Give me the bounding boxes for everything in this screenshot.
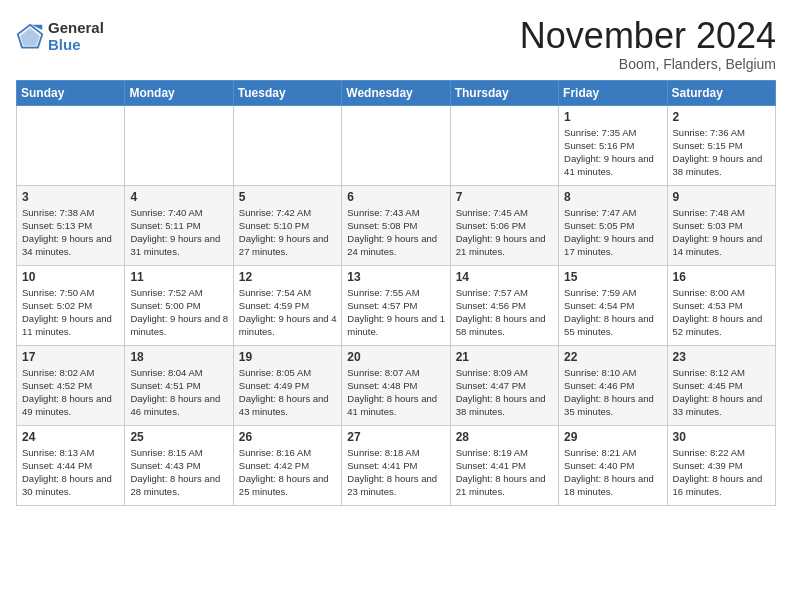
- day-number: 30: [673, 430, 771, 444]
- calendar-week-3: 10Sunrise: 7:50 AM Sunset: 5:02 PM Dayli…: [17, 265, 776, 345]
- table-row: 23Sunrise: 8:12 AM Sunset: 4:45 PM Dayli…: [667, 345, 775, 425]
- table-row: 10Sunrise: 7:50 AM Sunset: 5:02 PM Dayli…: [17, 265, 125, 345]
- day-info: Sunrise: 7:35 AM Sunset: 5:16 PM Dayligh…: [564, 126, 662, 179]
- table-row: 30Sunrise: 8:22 AM Sunset: 4:39 PM Dayli…: [667, 425, 775, 505]
- table-row: 12Sunrise: 7:54 AM Sunset: 4:59 PM Dayli…: [233, 265, 341, 345]
- day-info: Sunrise: 8:07 AM Sunset: 4:48 PM Dayligh…: [347, 366, 445, 419]
- table-row: [125, 105, 233, 185]
- table-row: 11Sunrise: 7:52 AM Sunset: 5:00 PM Dayli…: [125, 265, 233, 345]
- table-row: 6Sunrise: 7:43 AM Sunset: 5:08 PM Daylig…: [342, 185, 450, 265]
- table-row: 9Sunrise: 7:48 AM Sunset: 5:03 PM Daylig…: [667, 185, 775, 265]
- table-row: 18Sunrise: 8:04 AM Sunset: 4:51 PM Dayli…: [125, 345, 233, 425]
- logo-blue-text: Blue: [48, 37, 104, 54]
- table-row: 3Sunrise: 7:38 AM Sunset: 5:13 PM Daylig…: [17, 185, 125, 265]
- table-row: [450, 105, 558, 185]
- calendar-header-row: Sunday Monday Tuesday Wednesday Thursday…: [17, 80, 776, 105]
- month-title: November 2024: [520, 16, 776, 56]
- day-info: Sunrise: 8:12 AM Sunset: 4:45 PM Dayligh…: [673, 366, 771, 419]
- day-number: 8: [564, 190, 662, 204]
- day-info: Sunrise: 8:04 AM Sunset: 4:51 PM Dayligh…: [130, 366, 228, 419]
- day-info: Sunrise: 8:10 AM Sunset: 4:46 PM Dayligh…: [564, 366, 662, 419]
- subtitle: Boom, Flanders, Belgium: [520, 56, 776, 72]
- table-row: 20Sunrise: 8:07 AM Sunset: 4:48 PM Dayli…: [342, 345, 450, 425]
- day-number: 1: [564, 110, 662, 124]
- day-info: Sunrise: 8:21 AM Sunset: 4:40 PM Dayligh…: [564, 446, 662, 499]
- day-info: Sunrise: 7:40 AM Sunset: 5:11 PM Dayligh…: [130, 206, 228, 259]
- calendar-week-4: 17Sunrise: 8:02 AM Sunset: 4:52 PM Dayli…: [17, 345, 776, 425]
- table-row: 29Sunrise: 8:21 AM Sunset: 4:40 PM Dayli…: [559, 425, 667, 505]
- table-row: 13Sunrise: 7:55 AM Sunset: 4:57 PM Dayli…: [342, 265, 450, 345]
- table-row: 7Sunrise: 7:45 AM Sunset: 5:06 PM Daylig…: [450, 185, 558, 265]
- day-info: Sunrise: 8:02 AM Sunset: 4:52 PM Dayligh…: [22, 366, 120, 419]
- table-row: [17, 105, 125, 185]
- calendar-week-1: 1Sunrise: 7:35 AM Sunset: 5:16 PM Daylig…: [17, 105, 776, 185]
- day-info: Sunrise: 7:45 AM Sunset: 5:06 PM Dayligh…: [456, 206, 554, 259]
- logo-text: General Blue: [48, 20, 104, 53]
- day-number: 23: [673, 350, 771, 364]
- day-number: 13: [347, 270, 445, 284]
- day-number: 7: [456, 190, 554, 204]
- table-row: 25Sunrise: 8:15 AM Sunset: 4:43 PM Dayli…: [125, 425, 233, 505]
- day-number: 21: [456, 350, 554, 364]
- day-info: Sunrise: 7:43 AM Sunset: 5:08 PM Dayligh…: [347, 206, 445, 259]
- day-number: 22: [564, 350, 662, 364]
- table-row: 21Sunrise: 8:09 AM Sunset: 4:47 PM Dayli…: [450, 345, 558, 425]
- logo-icon: [16, 23, 44, 51]
- table-row: 16Sunrise: 8:00 AM Sunset: 4:53 PM Dayli…: [667, 265, 775, 345]
- day-number: 3: [22, 190, 120, 204]
- table-row: [342, 105, 450, 185]
- table-row: 8Sunrise: 7:47 AM Sunset: 5:05 PM Daylig…: [559, 185, 667, 265]
- day-number: 24: [22, 430, 120, 444]
- day-number: 26: [239, 430, 337, 444]
- col-saturday: Saturday: [667, 80, 775, 105]
- day-info: Sunrise: 7:36 AM Sunset: 5:15 PM Dayligh…: [673, 126, 771, 179]
- day-info: Sunrise: 8:16 AM Sunset: 4:42 PM Dayligh…: [239, 446, 337, 499]
- calendar: Sunday Monday Tuesday Wednesday Thursday…: [16, 80, 776, 506]
- day-info: Sunrise: 7:48 AM Sunset: 5:03 PM Dayligh…: [673, 206, 771, 259]
- day-number: 25: [130, 430, 228, 444]
- col-wednesday: Wednesday: [342, 80, 450, 105]
- day-info: Sunrise: 8:05 AM Sunset: 4:49 PM Dayligh…: [239, 366, 337, 419]
- day-number: 20: [347, 350, 445, 364]
- calendar-week-5: 24Sunrise: 8:13 AM Sunset: 4:44 PM Dayli…: [17, 425, 776, 505]
- day-number: 17: [22, 350, 120, 364]
- day-number: 29: [564, 430, 662, 444]
- table-row: [233, 105, 341, 185]
- col-thursday: Thursday: [450, 80, 558, 105]
- day-info: Sunrise: 8:15 AM Sunset: 4:43 PM Dayligh…: [130, 446, 228, 499]
- col-sunday: Sunday: [17, 80, 125, 105]
- table-row: 19Sunrise: 8:05 AM Sunset: 4:49 PM Dayli…: [233, 345, 341, 425]
- day-info: Sunrise: 8:19 AM Sunset: 4:41 PM Dayligh…: [456, 446, 554, 499]
- day-info: Sunrise: 8:09 AM Sunset: 4:47 PM Dayligh…: [456, 366, 554, 419]
- calendar-week-2: 3Sunrise: 7:38 AM Sunset: 5:13 PM Daylig…: [17, 185, 776, 265]
- day-info: Sunrise: 7:57 AM Sunset: 4:56 PM Dayligh…: [456, 286, 554, 339]
- day-number: 19: [239, 350, 337, 364]
- day-info: Sunrise: 8:18 AM Sunset: 4:41 PM Dayligh…: [347, 446, 445, 499]
- table-row: 22Sunrise: 8:10 AM Sunset: 4:46 PM Dayli…: [559, 345, 667, 425]
- table-row: 26Sunrise: 8:16 AM Sunset: 4:42 PM Dayli…: [233, 425, 341, 505]
- table-row: 4Sunrise: 7:40 AM Sunset: 5:11 PM Daylig…: [125, 185, 233, 265]
- table-row: 2Sunrise: 7:36 AM Sunset: 5:15 PM Daylig…: [667, 105, 775, 185]
- day-number: 2: [673, 110, 771, 124]
- col-monday: Monday: [125, 80, 233, 105]
- table-row: 27Sunrise: 8:18 AM Sunset: 4:41 PM Dayli…: [342, 425, 450, 505]
- header: General Blue November 2024 Boom, Flander…: [16, 16, 776, 72]
- day-number: 28: [456, 430, 554, 444]
- day-number: 11: [130, 270, 228, 284]
- title-block: November 2024 Boom, Flanders, Belgium: [520, 16, 776, 72]
- table-row: 17Sunrise: 8:02 AM Sunset: 4:52 PM Dayli…: [17, 345, 125, 425]
- logo: General Blue: [16, 20, 104, 53]
- day-info: Sunrise: 8:13 AM Sunset: 4:44 PM Dayligh…: [22, 446, 120, 499]
- day-info: Sunrise: 7:38 AM Sunset: 5:13 PM Dayligh…: [22, 206, 120, 259]
- table-row: 1Sunrise: 7:35 AM Sunset: 5:16 PM Daylig…: [559, 105, 667, 185]
- day-number: 14: [456, 270, 554, 284]
- day-number: 5: [239, 190, 337, 204]
- day-number: 4: [130, 190, 228, 204]
- table-row: 5Sunrise: 7:42 AM Sunset: 5:10 PM Daylig…: [233, 185, 341, 265]
- day-info: Sunrise: 7:59 AM Sunset: 4:54 PM Dayligh…: [564, 286, 662, 339]
- page: General Blue November 2024 Boom, Flander…: [0, 0, 792, 516]
- day-number: 18: [130, 350, 228, 364]
- col-tuesday: Tuesday: [233, 80, 341, 105]
- col-friday: Friday: [559, 80, 667, 105]
- day-info: Sunrise: 8:22 AM Sunset: 4:39 PM Dayligh…: [673, 446, 771, 499]
